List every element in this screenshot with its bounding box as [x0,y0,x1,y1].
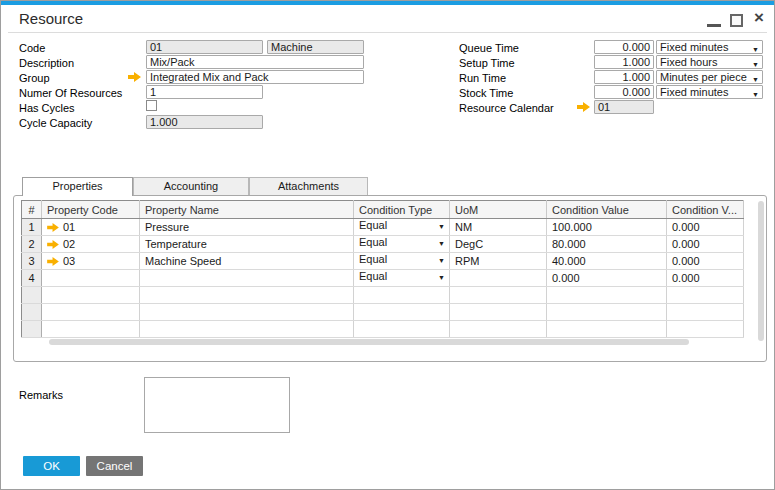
condition-value-cell[interactable] [547,304,667,321]
description-label: Description [19,57,74,69]
row-number-cell[interactable]: 2 [22,236,42,253]
col-header-uom: UoM [450,201,547,219]
setup-time-field[interactable]: 1.000 [594,55,654,69]
window-title: Resource [19,10,83,27]
run-time-field[interactable]: 1.000 [594,70,654,84]
condition-type-cell[interactable]: ▼Equal [354,253,450,270]
property-name-cell[interactable] [140,270,354,287]
setup-time-unit-select[interactable]: Fixed hours▼ [656,55,763,69]
queue-time-unit-select[interactable]: Fixed minutes▼ [656,40,763,54]
uom-cell[interactable] [450,287,547,304]
uom-cell[interactable]: NM [450,219,547,236]
vertical-scrollbar[interactable] [758,201,764,341]
property-name-cell[interactable]: Pressure [140,219,354,236]
uom-cell[interactable]: RPM [450,253,547,270]
description-field[interactable]: Mix/Pack [146,55,364,69]
properties-table: # Property Code Property Name Condition … [21,200,744,338]
table-row [22,321,744,338]
num-resources-field[interactable]: 1 [146,85,263,99]
condition-type-cell[interactable]: ▼Equal [354,270,450,287]
code-type-field: Machine [267,40,364,54]
property-code-cell[interactable]: 03 [42,253,140,270]
tab-accounting[interactable]: Accounting [133,177,249,195]
condition-value-cell[interactable]: 80.000 [547,236,667,253]
col-header-property-code: Property Code [42,201,140,219]
condition-value-to-cell[interactable]: 0.000 [667,236,744,253]
ok-button[interactable]: OK [23,456,80,476]
resource-calendar-label: Resource Calendar [459,102,554,114]
property-code-value: 02 [63,238,75,250]
row-number-cell[interactable] [22,304,42,321]
has-cycles-checkbox[interactable] [146,100,157,111]
resource-window: Resource × Code 01 Machine Description M… [0,0,775,490]
condition-type-cell[interactable]: ▼Equal [354,236,450,253]
property-code-value: 01 [63,221,75,233]
cancel-button[interactable]: Cancel [86,456,143,476]
resource-calendar-link-arrow-icon[interactable] [577,102,590,112]
property-name-cell[interactable] [140,321,354,338]
condition-value-cell[interactable]: 100.000 [547,219,667,236]
queue-time-field[interactable]: 0.000 [594,40,654,54]
stock-time-field[interactable]: 0.000 [594,85,654,99]
table-row: 2 02 Temperature ▼Equal DegC 80.000 0.00… [22,236,744,253]
condition-value-to-cell[interactable]: 0.000 [667,270,744,287]
link-arrow-icon[interactable] [47,240,59,249]
condition-value-cell[interactable] [547,321,667,338]
property-code-cell[interactable] [42,287,140,304]
property-code-cell[interactable]: 01 [42,219,140,236]
condition-value-to-cell[interactable]: 0.000 [667,253,744,270]
condition-type-cell[interactable] [354,304,450,321]
group-field[interactable]: Integrated Mix and Pack [146,70,364,84]
stock-time-unit-select[interactable]: Fixed minutes▼ [656,85,763,99]
remarks-label: Remarks [19,389,63,401]
condition-value-to-cell[interactable] [667,321,744,338]
condition-value-to-cell[interactable] [667,287,744,304]
col-header-condition-value: Condition Value [547,201,667,219]
row-number-cell[interactable]: 3 [22,253,42,270]
group-link-arrow-icon[interactable] [128,72,141,82]
uom-cell[interactable] [450,321,547,338]
property-name-cell[interactable] [140,304,354,321]
run-time-unit-select[interactable]: Minutes per piece▼ [656,70,763,84]
stock-time-unit-value: Fixed minutes [660,86,728,98]
row-number-cell[interactable]: 1 [22,219,42,236]
col-header-condition-type: Condition Type [354,201,450,219]
row-number-cell[interactable]: 4 [22,270,42,287]
condition-type-cell[interactable]: ▼Equal [354,219,450,236]
row-number-cell[interactable] [22,321,42,338]
condition-type-value: Equal [359,253,387,265]
tab-properties[interactable]: Properties [22,177,133,196]
uom-cell[interactable] [450,304,547,321]
uom-cell[interactable] [450,270,547,287]
table-row [22,304,744,321]
condition-value-to-cell[interactable] [667,304,744,321]
chevron-down-icon: ▼ [752,59,759,69]
property-code-cell[interactable]: 02 [42,236,140,253]
minimize-icon[interactable] [707,24,721,27]
row-number-cell[interactable] [22,287,42,304]
condition-value-cell[interactable]: 0.000 [547,270,667,287]
property-code-cell[interactable] [42,270,140,287]
property-code-cell[interactable] [42,321,140,338]
link-arrow-icon[interactable] [47,257,59,266]
property-name-cell[interactable]: Temperature [140,236,354,253]
tab-attachments[interactable]: Attachments [249,177,368,195]
maximize-icon[interactable] [730,14,743,27]
remarks-textarea[interactable] [144,377,290,433]
condition-type-value: Equal [359,270,387,282]
link-arrow-icon[interactable] [47,223,59,232]
table-row: 1 01 Pressure ▼Equal NM 100.000 0.000 [22,219,744,236]
horizontal-scrollbar[interactable] [49,339,689,345]
condition-value-cell[interactable] [547,287,667,304]
property-name-cell[interactable]: Machine Speed [140,253,354,270]
close-icon[interactable]: × [754,7,764,29]
condition-type-cell[interactable] [354,287,450,304]
condition-type-cell[interactable] [354,321,450,338]
condition-value-cell[interactable]: 40.000 [547,253,667,270]
uom-cell[interactable]: DegC [450,236,547,253]
num-resources-label: Numer Of Resources [19,87,122,99]
property-code-cell[interactable] [42,304,140,321]
property-name-cell[interactable] [140,287,354,304]
condition-value-to-cell[interactable]: 0.000 [667,219,744,236]
table-row [22,287,744,304]
